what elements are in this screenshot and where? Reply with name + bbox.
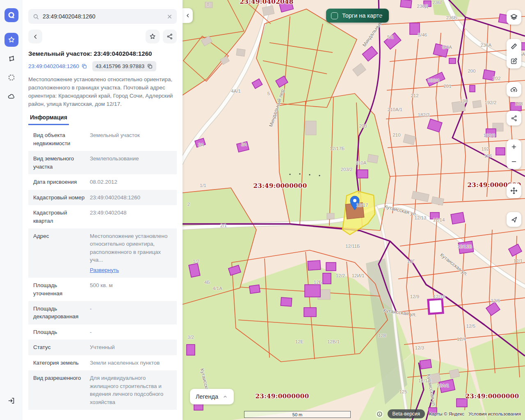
map-share-button[interactable] bbox=[507, 111, 521, 126]
minus-icon bbox=[510, 158, 518, 165]
sidebar-item-polygon-tool[interactable] bbox=[5, 52, 18, 66]
app-logo[interactable] bbox=[5, 8, 18, 22]
info-row-label: Кадастровый квартал bbox=[33, 209, 86, 225]
ruler-button[interactable] bbox=[507, 39, 521, 54]
sidebar-item-favorites[interactable] bbox=[5, 33, 18, 47]
info-row: АдресМестоположение установлено относите… bbox=[28, 228, 177, 278]
detail-panel: Земельный участок: 23:49:0402048:1260 23… bbox=[23, 0, 183, 420]
info-icon bbox=[377, 411, 383, 417]
share-icon bbox=[166, 33, 173, 40]
locate-button[interactable] bbox=[507, 212, 521, 227]
sign-in-button[interactable] bbox=[5, 394, 18, 408]
map-canvas[interactable]: 23:49:040204823:49:000000023:49:00000002… bbox=[183, 0, 525, 420]
chevron-up-icon bbox=[222, 394, 228, 399]
terms-of-use-link[interactable]: Условия использования bbox=[468, 411, 521, 416]
info-row-label: Адрес bbox=[33, 232, 86, 274]
chevron-left-icon bbox=[32, 33, 39, 40]
star-icon bbox=[149, 33, 156, 40]
info-row: Площадь уточненная500 кв. м bbox=[28, 278, 177, 301]
search-icon bbox=[32, 13, 39, 20]
gavel-icon bbox=[374, 10, 386, 21]
info-row: Кадастровый квартал23:49:0402048 bbox=[28, 205, 177, 228]
measure-tools-group bbox=[507, 39, 521, 68]
favorite-button[interactable] bbox=[146, 30, 160, 43]
cloud-icon bbox=[7, 92, 16, 100]
info-row-value: Местоположение установлено относительно … bbox=[90, 232, 172, 274]
navigation-arrow-icon bbox=[510, 216, 518, 224]
cadastral-number-link[interactable]: 23:49:0402048:1260 bbox=[28, 63, 87, 69]
info-row-value: Учтенный bbox=[90, 343, 172, 351]
info-row-value: 23:49:0402048 bbox=[90, 209, 172, 225]
info-row-value: 500 кв. м bbox=[90, 281, 172, 297]
object-chips: 23:49:0402048:1260 43.415796 39.97883 bbox=[28, 61, 177, 71]
map-scale-bar: 50 m bbox=[244, 411, 351, 418]
info-row-value: Земельный участок bbox=[90, 131, 172, 147]
info-row: Вид разрешенногоДля индивидуального жили… bbox=[28, 370, 177, 410]
beta-badge: Beta-версия bbox=[388, 409, 425, 418]
info-row-value: - bbox=[90, 305, 172, 321]
layers-button[interactable] bbox=[507, 10, 521, 25]
app-window: Земельный участок: 23:49:0402048:1260 23… bbox=[0, 0, 525, 420]
upload-button[interactable] bbox=[507, 82, 521, 97]
yandex-maps-link[interactable]: Карты © Яндекс bbox=[429, 411, 464, 416]
star-icon bbox=[7, 36, 16, 44]
info-row: СтатусУчтенный bbox=[28, 340, 177, 355]
dashed-select-icon bbox=[7, 73, 16, 82]
share-icon bbox=[510, 114, 518, 122]
info-row: Вид объекта недвижимостиЗемельный участо… bbox=[28, 128, 177, 151]
panel-collapse-button[interactable] bbox=[183, 8, 193, 23]
info-row-label: Площадь декларированная bbox=[33, 305, 86, 321]
share-button[interactable] bbox=[163, 30, 177, 43]
search-clear-button[interactable] bbox=[167, 14, 173, 20]
sign-in-icon bbox=[7, 397, 16, 405]
info-row-label: Дата присвоения bbox=[33, 178, 86, 186]
pan-button[interactable] bbox=[507, 183, 521, 198]
draw-edit-button[interactable] bbox=[507, 54, 521, 68]
info-row-value: 08.02.2012 bbox=[90, 178, 172, 186]
polygon-vertices-icon bbox=[7, 55, 16, 63]
info-row: Площадь- bbox=[28, 324, 177, 340]
search-input[interactable] bbox=[43, 13, 163, 20]
edit-pencil-icon bbox=[510, 57, 518, 65]
layers-icon bbox=[510, 13, 518, 21]
info-row-value: Земли населенных пунктов bbox=[90, 359, 172, 367]
info-table: Вид объекта недвижимостиЗемельный участо… bbox=[28, 128, 177, 410]
zoom-out-button[interactable] bbox=[507, 154, 521, 169]
chevron-left-icon bbox=[185, 13, 191, 18]
info-row-value: 23:49:0402048:1260 bbox=[90, 194, 172, 201]
icon-rail bbox=[0, 0, 23, 420]
copy-icon[interactable] bbox=[147, 63, 153, 69]
info-row-label: Вид разрешенного bbox=[33, 374, 86, 406]
back-button[interactable] bbox=[28, 30, 42, 43]
coordinates-chip: 43.415796 39.97883 bbox=[92, 61, 156, 71]
info-row: Категория земельЗемли населенных пунктов bbox=[28, 355, 177, 370]
info-row: Вид земельного участкаЗемлепользование bbox=[28, 151, 177, 174]
copy-icon[interactable] bbox=[81, 63, 87, 69]
search-bar bbox=[28, 9, 177, 24]
info-row-value: Для индивидуального жилищного строительс… bbox=[90, 374, 172, 406]
map-attribution: Beta-версия Карты © Яндекс Условия испол… bbox=[376, 409, 521, 418]
map-base-layer bbox=[183, 0, 525, 420]
object-description: Местоположение установлено относительно … bbox=[28, 75, 177, 108]
sidebar-item-cloud[interactable] bbox=[5, 89, 18, 103]
zoom-in-button[interactable] bbox=[507, 139, 521, 154]
info-row-label: Вид объекта недвижимости bbox=[33, 131, 86, 147]
cloud-upload-icon bbox=[510, 85, 518, 94]
info-row-label: Кадастровый номер bbox=[33, 194, 86, 201]
zoom-controls-group bbox=[507, 139, 521, 169]
object-header bbox=[28, 30, 177, 43]
info-row-label: Площадь уточненная bbox=[33, 281, 86, 297]
sidebar-item-area-select[interactable] bbox=[5, 71, 18, 84]
plus-icon bbox=[510, 143, 518, 151]
info-button[interactable] bbox=[376, 410, 383, 418]
legend-button[interactable]: Легенда bbox=[190, 389, 234, 404]
info-row-label: Площадь bbox=[33, 328, 86, 336]
info-row-label: Категория земель bbox=[33, 359, 86, 367]
expand-address-link[interactable]: Развернуть bbox=[90, 266, 119, 274]
info-row: Дата присвоения08.02.2012 bbox=[28, 174, 177, 189]
info-row: Площадь декларированная- bbox=[28, 301, 177, 324]
info-row-value: Землепользование bbox=[90, 155, 172, 171]
trades-on-map-toggle[interactable]: Торги на карте bbox=[326, 9, 389, 23]
ruler-icon bbox=[510, 42, 518, 50]
tab-information[interactable]: Информация bbox=[28, 114, 69, 125]
